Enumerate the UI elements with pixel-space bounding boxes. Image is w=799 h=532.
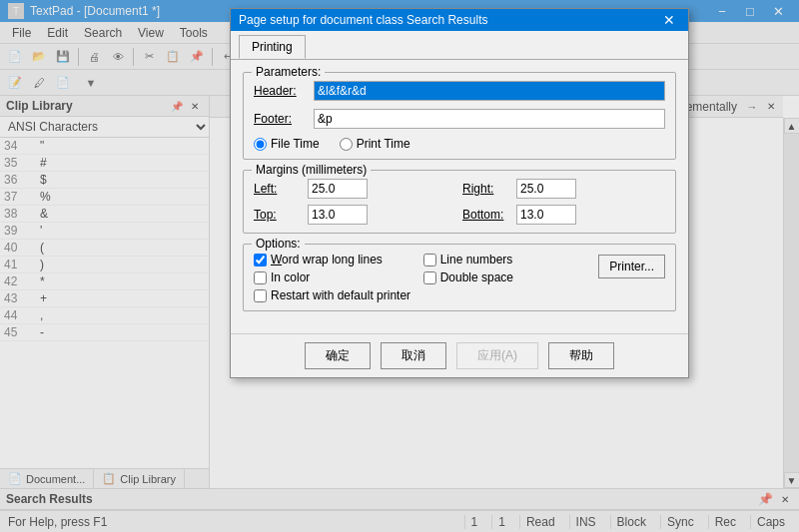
options-title: Options: [252,237,305,251]
double-space-checkbox[interactable] [423,271,436,284]
word-wrap-checkbox[interactable] [254,254,267,266]
ok-button[interactable]: 确定 [305,342,371,369]
line-numbers-checkbox[interactable] [423,254,436,266]
print-time-label: Print Time [357,137,410,151]
file-time-label: File Time [271,137,320,151]
footer-row: Footer: [254,109,665,129]
page-setup-dialog: Page setup for document class Search Res… [230,8,689,378]
word-wrap-label: Word wrap long lines [271,253,383,266]
print-time-radio[interactable] [340,138,353,151]
time-radio-group: File Time Print Time [254,137,665,151]
top-margin-row: Top: [254,205,456,225]
file-time-radio[interactable] [254,138,267,151]
dialog-buttons: 确定 取消 应用(A) 帮助 [231,333,688,377]
right-label: Right: [462,182,512,196]
dialog-close-button[interactable]: ✕ [658,9,680,31]
apply-button[interactable]: 应用(A) [456,342,538,369]
restart-checkbox[interactable] [254,289,267,302]
header-row: Header: [254,81,665,101]
bottom-label: Bottom: [462,208,512,222]
top-input[interactable] [308,205,368,225]
header-input[interactable] [314,81,665,101]
double-space-option[interactable]: Double space [423,270,589,284]
margins-grid: Left: Right: Top: Bottom: [254,179,665,225]
file-time-option[interactable]: File Time [254,137,320,151]
bottom-margin-row: Bottom: [462,205,665,225]
bottom-input[interactable] [516,205,576,225]
footer-label: Footer: [254,112,314,126]
help-button[interactable]: 帮助 [548,342,614,369]
printer-button[interactable]: Printer... [598,255,665,278]
tab-printing[interactable]: Printing [239,35,306,59]
double-space-label: Double space [440,270,513,284]
footer-input[interactable] [314,109,665,129]
in-color-label: In color [271,270,310,284]
top-label: Top: [254,208,304,222]
in-color-option[interactable]: In color [254,270,419,284]
dialog-title: Page setup for document class Search Res… [239,13,658,27]
restart-option[interactable]: Restart with default printer [254,288,588,302]
options-left: Word wrap long lines Line numbers In col… [254,253,588,302]
line-numbers-option[interactable]: Line numbers [423,253,589,266]
dialog-tabs: Printing [231,31,688,60]
cancel-button[interactable]: 取消 [381,342,446,369]
line-numbers-label: Line numbers [440,253,513,266]
dialog-content: Parameters: Header: Footer: File Time Pr… [231,60,688,333]
left-input[interactable] [308,179,368,199]
right-input[interactable] [516,179,576,199]
restart-label: Restart with default printer [271,288,410,302]
printer-btn-area: Printer... [598,253,665,278]
options-grid: Word wrap long lines Line numbers In col… [254,253,588,284]
word-wrap-option[interactable]: Word wrap long lines [254,253,419,266]
margins-group: Margins (millimeters) Left: Right: Top: … [243,170,676,234]
header-label: Header: [254,84,314,98]
left-label: Left: [254,182,304,196]
dialog-title-bar: Page setup for document class Search Res… [231,9,688,31]
print-time-option[interactable]: Print Time [340,137,410,151]
in-color-checkbox[interactable] [254,271,267,284]
parameters-title: Parameters: [252,65,325,79]
options-group: Options: Word wrap long lines Line numbe… [243,244,676,311]
right-margin-row: Right: [462,179,665,199]
left-margin-row: Left: [254,179,456,199]
parameters-group: Parameters: Header: Footer: File Time Pr… [243,72,676,160]
margins-title: Margins (millimeters) [252,163,371,177]
